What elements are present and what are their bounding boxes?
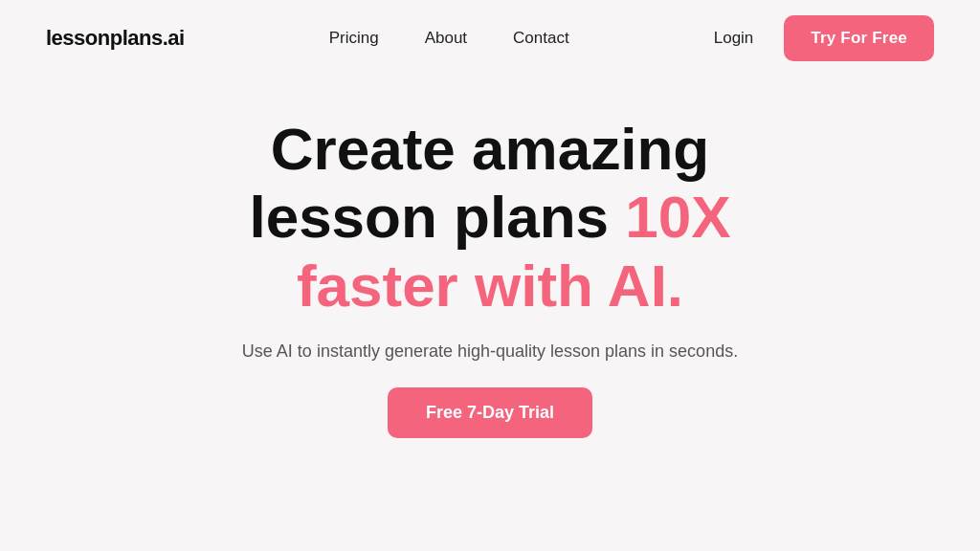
try-for-free-button[interactable]: Try For Free <box>784 15 934 61</box>
hero-heading: Create amazing lesson plans 10X faster w… <box>249 115 730 320</box>
hero-heading-highlight: 10X <box>625 184 730 250</box>
main-nav: Pricing About Contact <box>329 29 569 48</box>
hero-section: Create amazing lesson plans 10X faster w… <box>0 77 980 438</box>
site-logo: lessonplans.ai <box>46 26 185 51</box>
site-header: lessonplans.ai Pricing About Contact Log… <box>0 0 980 77</box>
hero-subtext: Use AI to instantly generate high-qualit… <box>242 339 738 364</box>
hero-heading-line2: lesson plans <box>249 184 625 250</box>
nav-item-about[interactable]: About <box>425 29 467 48</box>
login-link[interactable]: Login <box>714 29 754 48</box>
free-trial-button[interactable]: Free 7-Day Trial <box>388 387 592 438</box>
hero-heading-line1: Create amazing <box>271 116 709 182</box>
hero-heading-line3: faster with AI. <box>297 253 683 319</box>
header-actions: Login Try For Free <box>714 15 934 61</box>
nav-item-pricing[interactable]: Pricing <box>329 29 379 48</box>
nav-item-contact[interactable]: Contact <box>513 29 569 48</box>
